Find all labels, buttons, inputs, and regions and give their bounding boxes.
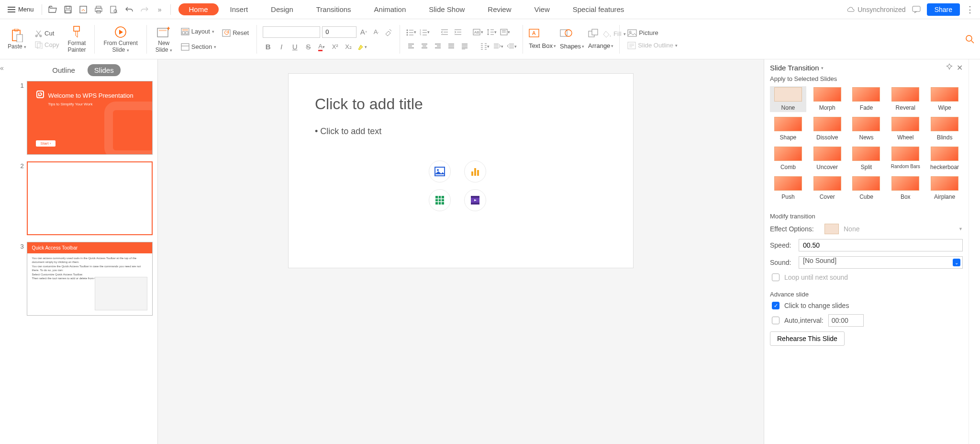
- transition-cube[interactable]: Cube: [848, 175, 885, 201]
- insert-image-icon[interactable]: [429, 160, 451, 182]
- numbering-icon[interactable]: 123▾: [419, 27, 430, 37]
- transition-checkerboard[interactable]: heckerboar: [926, 146, 963, 171]
- more-qat-icon[interactable]: »: [153, 3, 167, 16]
- pin-icon[interactable]: [946, 63, 953, 72]
- save-icon[interactable]: [61, 3, 75, 16]
- transition-cover[interactable]: Cover: [809, 175, 846, 201]
- sync-status[interactable]: Unsynchronized: [847, 6, 905, 13]
- loop-checkbox[interactable]: [772, 273, 780, 281]
- menu-button[interactable]: Menu: [4, 4, 38, 15]
- align-text-icon[interactable]: ▾: [500, 27, 510, 37]
- underline-icon[interactable]: U: [290, 42, 300, 52]
- more-menu-icon[interactable]: ⋮: [964, 4, 976, 15]
- align-left-icon[interactable]: [406, 41, 416, 52]
- font-color-icon[interactable]: A▾: [316, 42, 327, 52]
- font-size-combo[interactable]: 0: [322, 26, 356, 38]
- tab-design[interactable]: Design: [259, 2, 305, 16]
- italic-icon[interactable]: I: [276, 42, 287, 52]
- canvas[interactable]: Click to add title • Click to add text: [158, 59, 764, 444]
- template-icon[interactable]: [77, 3, 90, 16]
- insert-chart-icon[interactable]: [464, 160, 486, 182]
- transition-wheel[interactable]: Wheel: [887, 116, 924, 142]
- rtl-icon[interactable]: ▾: [493, 41, 503, 52]
- tab-insert[interactable]: Insert: [219, 2, 260, 16]
- close-icon[interactable]: ✕: [957, 63, 963, 72]
- insert-video-icon[interactable]: [464, 189, 486, 211]
- strikethrough-icon[interactable]: S: [303, 42, 313, 52]
- align-right-icon[interactable]: [433, 41, 443, 52]
- clear-format-icon[interactable]: [383, 27, 394, 37]
- transition-push[interactable]: Push: [770, 175, 806, 201]
- subscript-icon[interactable]: X₂: [343, 42, 354, 52]
- rehearse-button[interactable]: Rehearse This Slide: [770, 331, 845, 346]
- slide-thumb-3[interactable]: Quick Access Toolbar You can access comm…: [27, 242, 153, 316]
- click-checkbox[interactable]: ✓: [772, 302, 780, 309]
- tab-animation[interactable]: Animation: [363, 2, 418, 16]
- transition-wipe[interactable]: Wipe: [926, 86, 963, 112]
- print-preview-icon[interactable]: [107, 3, 121, 16]
- tab-review[interactable]: Review: [476, 2, 523, 16]
- decrease-indent-icon[interactable]: [439, 27, 450, 37]
- copy-button[interactable]: Copy: [33, 40, 61, 50]
- paste-button[interactable]: Paste ▾: [8, 29, 26, 50]
- print-icon[interactable]: [92, 3, 105, 16]
- justify-icon[interactable]: [446, 41, 457, 52]
- cut-button[interactable]: Cut: [33, 29, 61, 38]
- transition-random-bars[interactable]: Random Bars: [887, 146, 924, 171]
- transition-blinds[interactable]: Blinds: [926, 116, 963, 142]
- superscript-icon[interactable]: X²: [330, 42, 340, 52]
- shapes-button[interactable]: Shapes ▾: [560, 43, 584, 50]
- picture-button[interactable]: Picture: [625, 28, 679, 38]
- open-icon[interactable]: [46, 3, 59, 16]
- feedback-icon[interactable]: [910, 3, 923, 16]
- auto-interval-input[interactable]: 00:00: [828, 314, 864, 327]
- align-center-icon[interactable]: [419, 41, 430, 52]
- transition-morph[interactable]: Morph: [809, 86, 846, 112]
- content-placeholder[interactable]: • Click to add text: [312, 124, 609, 214]
- new-slide-button[interactable]: New Slide ▾: [156, 25, 172, 53]
- tab-slideshow[interactable]: Slide Show: [417, 2, 476, 16]
- font-combo[interactable]: [263, 26, 320, 38]
- transition-shape[interactable]: Shape: [770, 116, 806, 142]
- slide-outline-button[interactable]: Slide Outline ▾: [625, 41, 679, 50]
- title-placeholder[interactable]: Click to add title: [312, 93, 609, 115]
- fill-button[interactable]: Fill ▾: [601, 29, 628, 38]
- highlight-icon[interactable]: ▾: [356, 42, 367, 52]
- tab-special[interactable]: Special features: [561, 2, 636, 16]
- line-spacing-icon[interactable]: ▾: [486, 27, 497, 37]
- sound-select[interactable]: [No Sound] ⌄: [799, 256, 963, 269]
- slide-thumb-2[interactable]: [27, 161, 153, 235]
- effect-value[interactable]: None: [844, 225, 954, 233]
- slide-thumb-1[interactable]: Welcome to WPS Presentation Tips to Simp…: [27, 81, 153, 155]
- bullets-icon[interactable]: ▾: [406, 27, 416, 37]
- text-box-button[interactable]: A: [529, 29, 539, 37]
- auto-checkbox[interactable]: [772, 317, 780, 324]
- tab-view[interactable]: View: [523, 2, 561, 16]
- transition-none[interactable]: None: [770, 86, 806, 112]
- transition-box[interactable]: Box: [887, 175, 924, 201]
- undo-icon[interactable]: [122, 3, 136, 16]
- redo-icon[interactable]: [138, 3, 151, 16]
- transition-news[interactable]: News: [848, 116, 885, 142]
- transition-comb[interactable]: Comb: [770, 146, 806, 171]
- insert-table-icon[interactable]: [429, 189, 451, 211]
- ltr-icon[interactable]: ▾: [506, 41, 517, 52]
- transition-split[interactable]: Split: [848, 146, 885, 171]
- slides-tab[interactable]: Slides: [88, 64, 121, 76]
- increase-font-icon[interactable]: A+: [358, 27, 369, 37]
- decrease-font-icon[interactable]: A-: [371, 27, 381, 37]
- distributed-icon[interactable]: [459, 41, 470, 52]
- outline-tab[interactable]: Outline: [45, 64, 82, 76]
- increase-indent-icon[interactable]: [453, 27, 463, 37]
- transition-dissolve[interactable]: Dissolve: [809, 116, 846, 142]
- reset-button[interactable]: Reset: [220, 28, 251, 38]
- text-box-label[interactable]: Text Box ▾: [529, 42, 556, 49]
- find-replace-icon[interactable]: [965, 34, 975, 45]
- transition-airplane[interactable]: Airplane: [926, 175, 963, 201]
- section-button[interactable]: Section ▾: [179, 42, 218, 52]
- speed-input[interactable]: [799, 239, 963, 251]
- collapse-left-icon[interactable]: «: [0, 59, 9, 444]
- from-current-slide-button[interactable]: From Current Slide ▾: [103, 25, 137, 53]
- format-painter-button[interactable]: Format Painter: [67, 25, 86, 53]
- transition-uncover[interactable]: Uncover: [809, 146, 846, 171]
